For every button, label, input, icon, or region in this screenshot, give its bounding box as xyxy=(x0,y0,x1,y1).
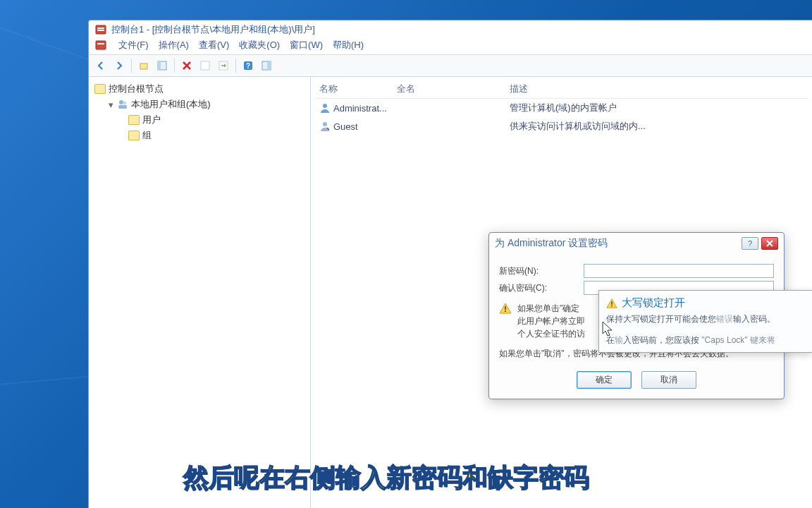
up-level-button[interactable] xyxy=(136,58,152,73)
svg-point-17 xyxy=(323,104,327,108)
svg-rect-7 xyxy=(158,61,161,70)
video-subtitle: 然后呢在右侧输入新密码和缺字密码 xyxy=(183,461,589,495)
window-title: 控制台1 - [控制台根节点\本地用户和组(本地)\用户] xyxy=(111,23,315,36)
new-password-input[interactable] xyxy=(584,264,774,278)
svg-rect-1 xyxy=(97,28,104,29)
menubar: 文件(F) 操作(A) 查看(V) 收藏夹(O) 窗口(W) 帮助(H) xyxy=(89,37,812,55)
warning-line-2: 此用户帐户将立即 xyxy=(517,315,585,327)
svg-rect-13 xyxy=(267,61,271,70)
tooltip-line2a: 在 xyxy=(606,335,615,345)
back-button[interactable] xyxy=(93,58,109,73)
svg-rect-21 xyxy=(611,301,613,304)
menu-file[interactable]: 文件(F) xyxy=(118,39,149,52)
dialog-help-button[interactable]: ? xyxy=(742,237,758,250)
svg-rect-4 xyxy=(97,43,104,44)
dialog-close-button[interactable] xyxy=(761,237,778,250)
warning-icon xyxy=(606,298,617,309)
tree-groups-label: 组 xyxy=(142,129,152,142)
svg-point-18 xyxy=(323,122,327,126)
svg-point-14 xyxy=(119,100,123,104)
svg-rect-22 xyxy=(611,305,613,306)
titlebar: 控制台1 - [控制台根节点\本地用户和组(本地)\用户] xyxy=(89,20,812,37)
confirm-password-label: 确认密码(C): xyxy=(499,282,584,294)
tooltip-line2d: 键来将 xyxy=(750,335,775,345)
list-row-guest[interactable]: Guest 供来宾访问计算机或访问域的内... xyxy=(315,117,808,135)
col-desc[interactable]: 描述 xyxy=(510,83,804,95)
row-desc: 管理计算机(域)的内置帐户 xyxy=(510,102,804,114)
menu-help[interactable]: 帮助(H) xyxy=(333,39,364,52)
tree-group[interactable]: ▾ 本地用户和组(本地) xyxy=(104,97,307,112)
dialog-title: 为 Administrator 设置密码 xyxy=(495,237,608,250)
delete-button[interactable] xyxy=(179,58,195,73)
tree-users[interactable]: 用户 xyxy=(125,112,307,128)
list-header: 名称 全名 描述 xyxy=(315,80,808,99)
svg-point-15 xyxy=(123,102,127,105)
svg-rect-8 xyxy=(201,61,209,70)
toolbar: ? xyxy=(89,55,812,77)
row-name: Guest xyxy=(333,121,358,132)
tooltip-header: 大写锁定打开 xyxy=(606,296,805,310)
forward-button[interactable] xyxy=(111,58,127,73)
cancel-button[interactable]: 取消 xyxy=(641,371,696,389)
tree-root[interactable]: 控制台根节点 xyxy=(92,81,307,97)
menu-view[interactable]: 查看(V) xyxy=(199,39,229,52)
tree-root-label: 控制台根节点 xyxy=(109,83,164,95)
warning-line-3: 个人安全证书的访 xyxy=(517,327,585,340)
tooltip-line1b: 错误 xyxy=(716,314,733,324)
tooltip-line1c: 输入密码。 xyxy=(733,314,775,324)
svg-rect-2 xyxy=(97,30,104,31)
new-password-label: 新密码(N): xyxy=(499,265,584,277)
tooltip-key: "Caps Lock" xyxy=(701,335,747,345)
menu-action[interactable]: 操作(A) xyxy=(159,39,189,52)
app-icon-small xyxy=(94,39,107,52)
capslock-tooltip: 大写锁定打开 保持大写锁定打开可能会使您错误输入密码。 在输入密码前，您应该按 … xyxy=(598,290,812,353)
tree-pane: 控制台根节点 ▾ 本地用户和组(本地) 用户 组 xyxy=(89,77,311,508)
tooltip-line1a: 保持大写锁定打开可能会使您 xyxy=(606,314,716,324)
tree-group-label: 本地用户和组(本地) xyxy=(131,98,211,111)
tree-groups[interactable]: 组 xyxy=(125,128,307,143)
list-row-admin[interactable]: Administrat... 管理计算机(域)的内置帐户 xyxy=(315,99,808,117)
new-item-button[interactable] xyxy=(197,58,213,73)
ok-button[interactable]: 确定 xyxy=(577,371,632,389)
user-icon xyxy=(319,102,331,114)
panel-button[interactable] xyxy=(259,58,274,73)
tree-users-label: 用户 xyxy=(142,114,161,126)
warning-icon xyxy=(499,302,512,315)
folder-icon xyxy=(94,84,106,94)
col-fullname[interactable]: 全名 xyxy=(397,83,510,95)
tooltip-line2c: 入密码前，您应该按 xyxy=(623,335,699,345)
tooltip-title: 大写锁定打开 xyxy=(622,296,685,310)
help-button[interactable]: ? xyxy=(240,58,256,73)
warning-line-1: 如果您单击"确定 xyxy=(517,302,585,315)
col-name[interactable]: 名称 xyxy=(319,83,397,95)
row-desc: 供来宾访问计算机或访问域的内... xyxy=(510,120,804,133)
svg-text:?: ? xyxy=(246,62,250,70)
localusers-icon xyxy=(117,99,128,110)
svg-rect-16 xyxy=(118,105,127,109)
menu-favorites[interactable]: 收藏夹(O) xyxy=(239,39,280,52)
pane-button[interactable] xyxy=(154,58,170,73)
svg-rect-3 xyxy=(96,41,106,49)
export-button[interactable] xyxy=(216,58,231,73)
svg-rect-5 xyxy=(140,64,147,69)
svg-rect-19 xyxy=(505,306,506,310)
dialog-buttons: 确定 取消 xyxy=(499,371,774,389)
tooltip-body: 保持大写锁定打开可能会使您错误输入密码。 在输入密码前，您应该按 "Caps L… xyxy=(606,313,805,346)
app-icon xyxy=(94,23,107,36)
row-name: Administrat... xyxy=(333,103,387,114)
dialog-titlebar: 为 Administrator 设置密码 ? xyxy=(489,233,784,254)
expand-icon[interactable]: ▾ xyxy=(107,99,114,110)
folder-icon xyxy=(128,131,140,140)
tooltip-line2b: 输 xyxy=(615,335,623,345)
user-icon xyxy=(319,121,331,132)
svg-rect-20 xyxy=(505,310,506,312)
menu-window[interactable]: 窗口(W) xyxy=(290,39,323,52)
folder-icon xyxy=(128,115,140,125)
